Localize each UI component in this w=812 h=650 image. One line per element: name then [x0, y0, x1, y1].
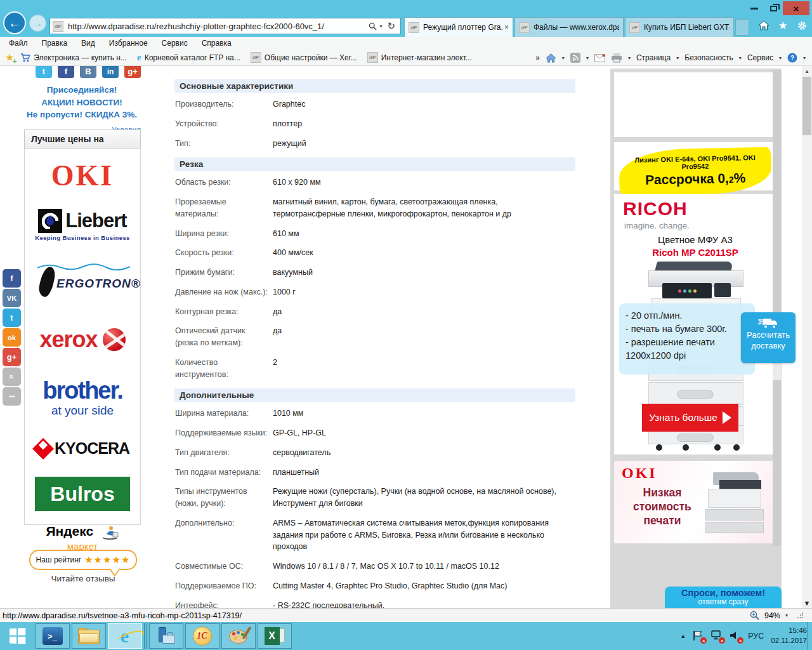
- more-icon[interactable]: •••: [3, 387, 21, 406]
- home-icon[interactable]: [546, 53, 556, 63]
- ask-help-button[interactable]: Спроси, поможем! ответим сразу: [665, 587, 782, 608]
- settings-gear-icon[interactable]: [796, 19, 808, 32]
- scroll-thumb[interactable]: [802, 77, 811, 135]
- facebook-icon[interactable]: f: [3, 269, 21, 288]
- facebook-icon[interactable]: f: [58, 66, 74, 78]
- language-indicator[interactable]: РУС: [748, 632, 764, 640]
- menu-view[interactable]: Вид: [81, 39, 95, 48]
- google-plus-icon[interactable]: g+: [3, 348, 21, 366]
- tools-menu-button[interactable]: Сервис: [747, 53, 773, 62]
- oki-ad[interactable]: OKI Низкая стоимость печати: [614, 461, 776, 543]
- bulros-logo[interactable]: Bulros: [35, 477, 130, 511]
- kyocera-logo[interactable]: KYOCERA: [25, 439, 140, 458]
- tray-clock[interactable]: 15:46 02.11.2017: [771, 626, 807, 646]
- spec-value: магнитный винил, картон, бумага, светоот…: [273, 196, 570, 220]
- scrollbar[interactable]: ▲ ▼: [802, 66, 812, 608]
- yandex-market-logo[interactable]: Яндекс маркет: [24, 524, 141, 551]
- taskbar-excel[interactable]: X: [258, 623, 292, 649]
- mail-icon[interactable]: [594, 54, 605, 62]
- resize-grip[interactable]: [797, 613, 803, 619]
- back-button[interactable]: ←: [3, 11, 26, 34]
- sidebar-scrollbar[interactable]: [773, 70, 781, 546]
- forward-button[interactable]: →: [29, 15, 46, 32]
- tab-ups-liebert[interactable]: dP Купить ИБП Liebert GXT4...: [625, 17, 734, 37]
- ergotron-logo[interactable]: ERGOTRON®: [25, 267, 140, 300]
- vk-icon[interactable]: VK: [3, 289, 21, 307]
- taskbar-paint[interactable]: [221, 623, 256, 649]
- tab-close-icon[interactable]: ×: [504, 23, 509, 32]
- new-tab-button[interactable]: [735, 19, 749, 36]
- linkedin-icon[interactable]: in: [102, 66, 119, 78]
- refresh-icon[interactable]: ↻: [387, 20, 395, 32]
- add-favorite-icon[interactable]: ★: [5, 51, 14, 63]
- favorite-settings[interactable]: dP Общие настройки — Хег...: [251, 52, 357, 63]
- menu-bar: Файл Правка Вид Избранное Сервис Справка: [0, 37, 812, 50]
- taskbar-internet-explorer[interactable]: e: [108, 623, 142, 649]
- scroll-top-icon[interactable]: «: [3, 368, 21, 386]
- oki-logo[interactable]: OKI: [25, 159, 140, 192]
- twitter-icon[interactable]: t: [36, 66, 52, 78]
- safety-menu-button[interactable]: Безопасность: [684, 53, 733, 62]
- feed-dropdown-icon[interactable]: ▾: [586, 55, 589, 61]
- spec-value: вакуумный: [273, 267, 570, 279]
- oki-printer-image: [704, 472, 770, 536]
- odnoklassniki-icon[interactable]: ok: [3, 328, 21, 347]
- vk-icon[interactable]: В: [80, 66, 96, 78]
- reviews-link[interactable]: Читайте отзывы: [29, 574, 137, 583]
- overflow-chevron-icon[interactable]: »: [535, 53, 540, 62]
- brother-logo[interactable]: brother. at your side: [25, 378, 140, 418]
- twitter-icon[interactable]: t: [3, 308, 21, 327]
- delivery-calc-button[interactable]: Рассчитать доставку: [741, 312, 796, 363]
- start-button[interactable]: [0, 622, 34, 650]
- menu-favorites[interactable]: Избранное: [109, 39, 148, 48]
- ricoh-features: - 20 отп./мин. - печать на бумаге 300г. …: [619, 303, 755, 375]
- print-dropdown-icon[interactable]: ▾: [628, 55, 631, 61]
- spec-label: Тип подачи материала:: [175, 467, 273, 479]
- favorite-shop[interactable]: dP Интернет-магазин элект...: [367, 52, 472, 63]
- favorite-electronics[interactable]: Электроника — купить н...: [20, 53, 127, 62]
- scroll-down-icon[interactable]: ▼: [802, 597, 812, 608]
- tray-expand-icon[interactable]: ▲: [680, 633, 686, 639]
- home-dropdown-icon[interactable]: ▾: [562, 55, 565, 61]
- scroll-up-icon[interactable]: ▲: [802, 66, 812, 77]
- taskbar-file-explorer[interactable]: [72, 623, 106, 649]
- spec-value: Cutting Master 4, Graphtec Pro Studio, G…: [273, 580, 570, 592]
- leasing-ad[interactable]: Лизинг OKI E-64s, OKI Pro9541, OKI Pro95…: [614, 142, 776, 190]
- spec-value: 610 x 920 мм: [273, 176, 570, 189]
- menu-file[interactable]: Файл: [9, 39, 28, 48]
- action-center-flag-icon[interactable]: ×: [693, 630, 704, 642]
- search-dropdown-icon[interactable]: ▾: [379, 23, 382, 29]
- taskbar-powershell[interactable]: >_: [36, 623, 70, 649]
- taskbar-divider: [144, 623, 147, 649]
- network-icon[interactable]: ×: [711, 630, 723, 642]
- taskbar-1c[interactable]: 1С: [185, 623, 219, 649]
- home-icon[interactable]: [757, 19, 770, 32]
- google-plus-icon[interactable]: g+: [124, 66, 141, 78]
- menu-edit[interactable]: Правка: [42, 39, 68, 48]
- search-icon[interactable]: [369, 22, 377, 30]
- xerox-logo[interactable]: xerox: [25, 326, 140, 353]
- favorite-ftp-catalog[interactable]: e Корневой каталог FTP на...: [137, 52, 240, 63]
- menu-tools[interactable]: Сервис: [162, 39, 188, 48]
- favorites-star-icon[interactable]: ★: [776, 19, 789, 32]
- restore-button[interactable]: [764, 1, 783, 15]
- taskbar-server-manager[interactable]: [149, 623, 183, 649]
- show-desktop-button[interactable]: [808, 622, 812, 650]
- liebert-logo[interactable]: Liebert: [25, 209, 140, 233]
- minimize-button[interactable]: [745, 1, 764, 15]
- url-input[interactable]: http://www.dparadise.ru/rezhushchiy-plot…: [68, 22, 369, 31]
- page-menu-button[interactable]: Страница: [636, 53, 671, 62]
- tab-xerox-files[interactable]: dP Файлы — www.xerox.dpar...: [514, 17, 624, 37]
- help-icon[interactable]: ?: [787, 53, 797, 63]
- zoom-dropdown-icon[interactable]: ▾: [785, 613, 788, 618]
- address-bar[interactable]: dP http://www.dparadise.ru/rezhushchiy-p…: [49, 18, 401, 34]
- close-button[interactable]: ×: [783, 1, 809, 15]
- print-icon[interactable]: [611, 53, 622, 63]
- volume-icon[interactable]: ×: [730, 630, 741, 642]
- spec-label: Устройство:: [175, 118, 273, 130]
- rss-feed-icon[interactable]: [570, 53, 580, 63]
- zoom-icon[interactable]: [750, 611, 759, 620]
- tab-product[interactable]: dP Режущий плоттер Gra... ×: [404, 17, 513, 37]
- menu-help[interactable]: Справка: [202, 39, 232, 48]
- learn-more-button[interactable]: Узнать больше: [642, 404, 738, 432]
